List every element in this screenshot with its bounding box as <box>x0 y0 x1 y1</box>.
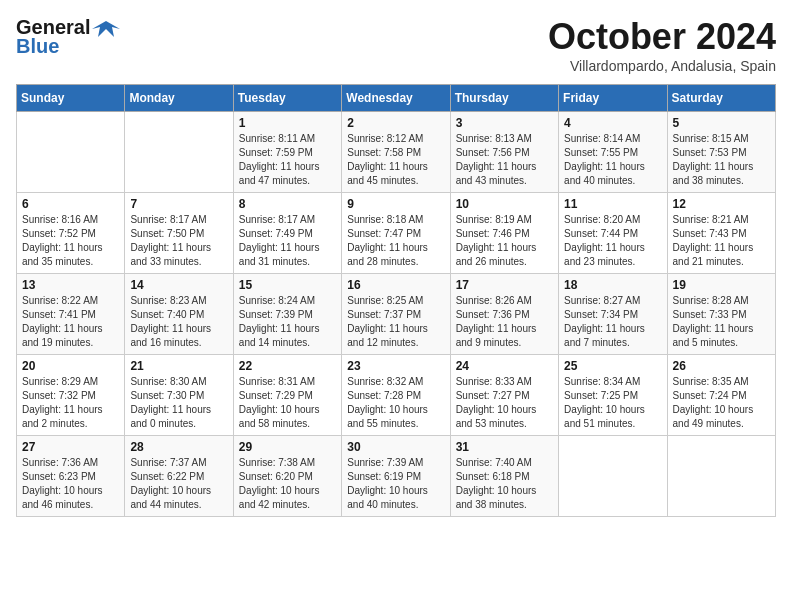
day-number: 24 <box>456 359 553 373</box>
day-number: 29 <box>239 440 336 454</box>
day-number: 20 <box>22 359 119 373</box>
page-header: General Blue October 2024 Villardompardo… <box>16 16 776 74</box>
day-number: 5 <box>673 116 770 130</box>
day-number: 11 <box>564 197 661 211</box>
day-detail: Sunrise: 8:29 AM Sunset: 7:32 PM Dayligh… <box>22 375 119 431</box>
day-detail: Sunrise: 8:31 AM Sunset: 7:29 PM Dayligh… <box>239 375 336 431</box>
day-number: 31 <box>456 440 553 454</box>
day-detail: Sunrise: 8:24 AM Sunset: 7:39 PM Dayligh… <box>239 294 336 350</box>
calendar-week-row: 13Sunrise: 8:22 AM Sunset: 7:41 PM Dayli… <box>17 274 776 355</box>
calendar-cell: 11Sunrise: 8:20 AM Sunset: 7:44 PM Dayli… <box>559 193 667 274</box>
calendar-week-row: 6Sunrise: 8:16 AM Sunset: 7:52 PM Daylig… <box>17 193 776 274</box>
logo-blue-text: Blue <box>16 35 59 58</box>
day-number: 30 <box>347 440 444 454</box>
calendar-week-row: 1Sunrise: 8:11 AM Sunset: 7:59 PM Daylig… <box>17 112 776 193</box>
weekday-header: Friday <box>559 85 667 112</box>
calendar-cell: 30Sunrise: 7:39 AM Sunset: 6:19 PM Dayli… <box>342 436 450 517</box>
day-detail: Sunrise: 8:17 AM Sunset: 7:50 PM Dayligh… <box>130 213 227 269</box>
calendar-cell: 13Sunrise: 8:22 AM Sunset: 7:41 PM Dayli… <box>17 274 125 355</box>
day-detail: Sunrise: 8:27 AM Sunset: 7:34 PM Dayligh… <box>564 294 661 350</box>
day-number: 28 <box>130 440 227 454</box>
day-detail: Sunrise: 7:40 AM Sunset: 6:18 PM Dayligh… <box>456 456 553 512</box>
weekday-header: Monday <box>125 85 233 112</box>
logo-bird-icon <box>92 19 120 37</box>
calendar-cell: 24Sunrise: 8:33 AM Sunset: 7:27 PM Dayli… <box>450 355 558 436</box>
day-detail: Sunrise: 8:22 AM Sunset: 7:41 PM Dayligh… <box>22 294 119 350</box>
title-section: October 2024 Villardompardo, Andalusia, … <box>548 16 776 74</box>
calendar-cell: 21Sunrise: 8:30 AM Sunset: 7:30 PM Dayli… <box>125 355 233 436</box>
day-number: 4 <box>564 116 661 130</box>
weekday-header: Wednesday <box>342 85 450 112</box>
calendar-cell <box>125 112 233 193</box>
calendar-cell: 8Sunrise: 8:17 AM Sunset: 7:49 PM Daylig… <box>233 193 341 274</box>
day-number: 2 <box>347 116 444 130</box>
calendar-week-row: 27Sunrise: 7:36 AM Sunset: 6:23 PM Dayli… <box>17 436 776 517</box>
day-detail: Sunrise: 8:18 AM Sunset: 7:47 PM Dayligh… <box>347 213 444 269</box>
day-number: 12 <box>673 197 770 211</box>
day-detail: Sunrise: 8:20 AM Sunset: 7:44 PM Dayligh… <box>564 213 661 269</box>
day-number: 19 <box>673 278 770 292</box>
calendar-cell: 4Sunrise: 8:14 AM Sunset: 7:55 PM Daylig… <box>559 112 667 193</box>
calendar-cell: 15Sunrise: 8:24 AM Sunset: 7:39 PM Dayli… <box>233 274 341 355</box>
calendar-cell: 9Sunrise: 8:18 AM Sunset: 7:47 PM Daylig… <box>342 193 450 274</box>
calendar-cell: 10Sunrise: 8:19 AM Sunset: 7:46 PM Dayli… <box>450 193 558 274</box>
day-detail: Sunrise: 8:12 AM Sunset: 7:58 PM Dayligh… <box>347 132 444 188</box>
calendar-cell: 31Sunrise: 7:40 AM Sunset: 6:18 PM Dayli… <box>450 436 558 517</box>
calendar-cell <box>559 436 667 517</box>
day-detail: Sunrise: 7:37 AM Sunset: 6:22 PM Dayligh… <box>130 456 227 512</box>
calendar-cell: 1Sunrise: 8:11 AM Sunset: 7:59 PM Daylig… <box>233 112 341 193</box>
day-detail: Sunrise: 8:14 AM Sunset: 7:55 PM Dayligh… <box>564 132 661 188</box>
calendar-table: SundayMondayTuesdayWednesdayThursdayFrid… <box>16 84 776 517</box>
calendar-cell: 5Sunrise: 8:15 AM Sunset: 7:53 PM Daylig… <box>667 112 775 193</box>
day-detail: Sunrise: 8:19 AM Sunset: 7:46 PM Dayligh… <box>456 213 553 269</box>
calendar-cell: 19Sunrise: 8:28 AM Sunset: 7:33 PM Dayli… <box>667 274 775 355</box>
day-number: 27 <box>22 440 119 454</box>
weekday-header: Tuesday <box>233 85 341 112</box>
day-detail: Sunrise: 8:32 AM Sunset: 7:28 PM Dayligh… <box>347 375 444 431</box>
calendar-cell: 16Sunrise: 8:25 AM Sunset: 7:37 PM Dayli… <box>342 274 450 355</box>
day-number: 21 <box>130 359 227 373</box>
day-detail: Sunrise: 8:16 AM Sunset: 7:52 PM Dayligh… <box>22 213 119 269</box>
calendar-week-row: 20Sunrise: 8:29 AM Sunset: 7:32 PM Dayli… <box>17 355 776 436</box>
day-detail: Sunrise: 7:38 AM Sunset: 6:20 PM Dayligh… <box>239 456 336 512</box>
calendar-cell: 28Sunrise: 7:37 AM Sunset: 6:22 PM Dayli… <box>125 436 233 517</box>
day-detail: Sunrise: 8:11 AM Sunset: 7:59 PM Dayligh… <box>239 132 336 188</box>
location-subtitle: Villardompardo, Andalusia, Spain <box>548 58 776 74</box>
day-detail: Sunrise: 8:25 AM Sunset: 7:37 PM Dayligh… <box>347 294 444 350</box>
day-detail: Sunrise: 8:34 AM Sunset: 7:25 PM Dayligh… <box>564 375 661 431</box>
day-detail: Sunrise: 8:13 AM Sunset: 7:56 PM Dayligh… <box>456 132 553 188</box>
day-detail: Sunrise: 8:17 AM Sunset: 7:49 PM Dayligh… <box>239 213 336 269</box>
day-detail: Sunrise: 7:36 AM Sunset: 6:23 PM Dayligh… <box>22 456 119 512</box>
day-detail: Sunrise: 8:26 AM Sunset: 7:36 PM Dayligh… <box>456 294 553 350</box>
calendar-cell: 20Sunrise: 8:29 AM Sunset: 7:32 PM Dayli… <box>17 355 125 436</box>
day-number: 9 <box>347 197 444 211</box>
calendar-cell: 7Sunrise: 8:17 AM Sunset: 7:50 PM Daylig… <box>125 193 233 274</box>
day-detail: Sunrise: 8:15 AM Sunset: 7:53 PM Dayligh… <box>673 132 770 188</box>
day-number: 10 <box>456 197 553 211</box>
calendar-cell: 29Sunrise: 7:38 AM Sunset: 6:20 PM Dayli… <box>233 436 341 517</box>
day-detail: Sunrise: 7:39 AM Sunset: 6:19 PM Dayligh… <box>347 456 444 512</box>
logo: General Blue <box>16 16 120 58</box>
day-number: 7 <box>130 197 227 211</box>
calendar-cell: 25Sunrise: 8:34 AM Sunset: 7:25 PM Dayli… <box>559 355 667 436</box>
day-detail: Sunrise: 8:28 AM Sunset: 7:33 PM Dayligh… <box>673 294 770 350</box>
day-detail: Sunrise: 8:21 AM Sunset: 7:43 PM Dayligh… <box>673 213 770 269</box>
day-detail: Sunrise: 8:23 AM Sunset: 7:40 PM Dayligh… <box>130 294 227 350</box>
calendar-cell: 26Sunrise: 8:35 AM Sunset: 7:24 PM Dayli… <box>667 355 775 436</box>
day-number: 26 <box>673 359 770 373</box>
calendar-cell: 14Sunrise: 8:23 AM Sunset: 7:40 PM Dayli… <box>125 274 233 355</box>
day-number: 17 <box>456 278 553 292</box>
day-number: 1 <box>239 116 336 130</box>
calendar-cell: 3Sunrise: 8:13 AM Sunset: 7:56 PM Daylig… <box>450 112 558 193</box>
weekday-header: Sunday <box>17 85 125 112</box>
calendar-cell: 6Sunrise: 8:16 AM Sunset: 7:52 PM Daylig… <box>17 193 125 274</box>
calendar-cell <box>17 112 125 193</box>
weekday-header: Thursday <box>450 85 558 112</box>
day-number: 18 <box>564 278 661 292</box>
calendar-cell: 17Sunrise: 8:26 AM Sunset: 7:36 PM Dayli… <box>450 274 558 355</box>
day-number: 23 <box>347 359 444 373</box>
calendar-cell: 18Sunrise: 8:27 AM Sunset: 7:34 PM Dayli… <box>559 274 667 355</box>
calendar-cell: 22Sunrise: 8:31 AM Sunset: 7:29 PM Dayli… <box>233 355 341 436</box>
day-detail: Sunrise: 8:35 AM Sunset: 7:24 PM Dayligh… <box>673 375 770 431</box>
day-detail: Sunrise: 8:33 AM Sunset: 7:27 PM Dayligh… <box>456 375 553 431</box>
